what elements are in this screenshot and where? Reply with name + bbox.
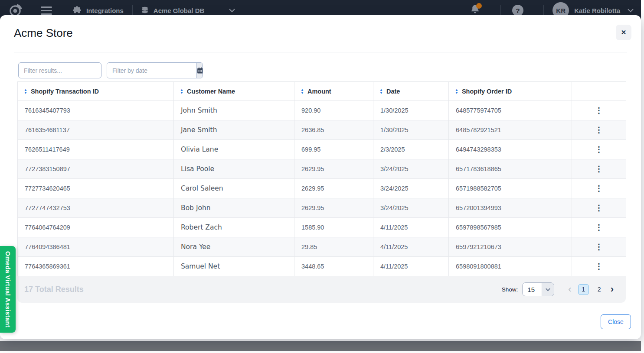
cell-transaction-id: 7727383150897 <box>18 159 174 179</box>
page-button-2[interactable]: 2 <box>595 284 604 295</box>
chevron-down-icon <box>542 283 554 296</box>
column-header-order-id[interactable]: ▲▼ Shopify Order ID <box>449 82 572 101</box>
cell-amount: 29.85 <box>294 237 373 257</box>
filter-date-input[interactable] <box>107 63 196 78</box>
cell-customer-name: Jane Smith <box>174 120 294 140</box>
table-row: 7727383150897 Lisa Poole 2629.95 3/24/20… <box>18 159 626 179</box>
page-size-value: 15 <box>523 283 542 296</box>
table-body: 7616345407793 John Smith 920.90 1/30/202… <box>18 101 626 276</box>
virtual-assistant-label: Omeda Virtual Assistant <box>4 251 11 327</box>
cell-amount: 2629.95 <box>294 198 373 218</box>
table-row: 7764365869361 Samuel Net 3448.65 4/11/20… <box>18 257 626 276</box>
cell-order-id: 6485782921521 <box>449 120 572 140</box>
virtual-assistant-tab[interactable]: Omeda Virtual Assistant <box>0 246 16 333</box>
cell-order-id: 6571783618865 <box>449 159 572 179</box>
cell-date: 4/11/2025 <box>373 237 449 257</box>
row-menu-button[interactable]: ⋮ <box>591 183 607 194</box>
cell-amount: 3448.65 <box>294 257 373 276</box>
cell-transaction-id: 7727747432753 <box>18 198 174 218</box>
row-menu-button[interactable]: ⋮ <box>591 222 607 233</box>
calendar-button[interactable] <box>196 63 203 78</box>
cell-amount: 1585.90 <box>294 218 373 237</box>
cell-order-id: 6597921210673 <box>449 237 572 257</box>
database-icon <box>141 6 149 15</box>
cell-date: 3/24/2025 <box>373 159 449 179</box>
cell-transaction-id: 7764094386481 <box>18 237 174 257</box>
chevron-down-icon <box>229 8 235 13</box>
row-menu-button[interactable]: ⋮ <box>591 241 607 253</box>
cell-transaction-id: 7616354681137 <box>18 120 174 140</box>
user-name: Katie Robilotta <box>574 7 620 14</box>
cell-customer-name: Carol Saleen <box>174 179 294 198</box>
page-backdrop <box>0 341 641 351</box>
cell-amount: 2629.95 <box>294 179 373 198</box>
cell-transaction-id: 7764365869361 <box>18 257 174 276</box>
table-row: 7616345407793 John Smith 920.90 1/30/202… <box>18 101 626 120</box>
puzzle-icon <box>72 6 82 16</box>
filter-results-input[interactable] <box>18 62 101 78</box>
chevron-down-icon[interactable] <box>627 8 634 13</box>
table-row: 7764064764209 Robert Zach 1585.90 4/11/2… <box>18 218 626 237</box>
table-row: 7727734620465 Carol Saleen 2629.95 3/24/… <box>18 179 626 198</box>
table-row: 7616354681137 Jane Smith 2636.85 1/30/20… <box>18 120 626 140</box>
page-size-select[interactable]: 15 <box>522 282 554 296</box>
table-header-row: ▲▼ Shopify Transaction ID ▲▼ Customer Na… <box>18 82 626 101</box>
modal-divider <box>14 52 627 52</box>
sort-icon: ▲▼ <box>455 88 458 94</box>
transactions-table: ▲▼ Shopify Transaction ID ▲▼ Customer Na… <box>17 81 626 276</box>
cell-customer-name: Bob John <box>174 198 294 218</box>
topbar-divider <box>132 5 133 16</box>
total-results-label: 17 Total Results <box>24 285 84 294</box>
cell-customer-name: Robert Zach <box>174 218 294 237</box>
menu-icon[interactable] <box>41 6 52 15</box>
cell-date: 2/3/2025 <box>373 140 449 159</box>
cell-order-id: 6597898567985 <box>449 218 572 237</box>
cell-customer-name: Lisa Poole <box>174 159 294 179</box>
row-menu-button[interactable]: ⋮ <box>591 144 607 155</box>
cell-order-id: 6572001394993 <box>449 198 572 218</box>
database-selector[interactable]: Acme Global DB <box>141 6 236 15</box>
column-header-amount[interactable]: ▲▼ Amount <box>294 82 373 101</box>
cell-date: 3/24/2025 <box>373 179 449 198</box>
cell-transaction-id: 7727734620465 <box>18 179 174 198</box>
pagination: ‹ 1 2 › <box>567 284 615 295</box>
row-menu-button[interactable]: ⋮ <box>591 261 607 272</box>
column-header-date[interactable]: ▲▼ Date <box>373 82 449 101</box>
sort-icon: ▲▼ <box>180 88 183 94</box>
column-header-actions <box>572 82 626 101</box>
sort-icon: ▲▼ <box>379 88 383 94</box>
nav-integrations-label: Integrations <box>86 7 124 14</box>
acme-store-modal: Acme Store ✕ <box>0 15 641 339</box>
cell-date: 4/11/2025 <box>373 257 449 276</box>
help-button[interactable]: ? <box>512 5 523 16</box>
row-menu-button[interactable]: ⋮ <box>591 105 607 116</box>
topbar-divider <box>500 5 501 16</box>
column-header-customer-name[interactable]: ▲▼ Customer Name <box>174 82 294 101</box>
cell-customer-name: John Smith <box>174 101 294 120</box>
cell-customer-name: Samuel Net <box>174 257 294 276</box>
column-label: Shopify Order ID <box>462 88 512 95</box>
close-button[interactable]: Close <box>601 314 631 329</box>
column-label: Shopify Transaction ID <box>31 88 99 95</box>
row-menu-button[interactable]: ⋮ <box>591 124 607 136</box>
cell-order-id: 6598091800881 <box>449 257 572 276</box>
modal-close-icon[interactable]: ✕ <box>616 25 631 40</box>
cell-customer-name: Nora Yee <box>174 237 294 257</box>
nav-integrations[interactable]: Integrations <box>72 6 124 16</box>
filter-date-field <box>107 62 203 78</box>
cell-order-id: 6571988582705 <box>449 179 572 198</box>
table-row: 7727747432753 Bob John 2629.95 3/24/2025… <box>18 198 626 218</box>
topbar-divider <box>543 5 544 16</box>
previous-page-button[interactable]: ‹ <box>567 285 572 294</box>
show-label: Show: <box>502 286 518 293</box>
column-label: Customer Name <box>187 88 235 95</box>
row-menu-button[interactable]: ⋮ <box>591 202 607 214</box>
cell-order-id: 6494743298353 <box>449 140 572 159</box>
column-header-transaction-id[interactable]: ▲▼ Shopify Transaction ID <box>18 82 174 101</box>
page-button-1[interactable]: 1 <box>578 284 589 295</box>
cell-transaction-id: 7626511417649 <box>18 140 174 159</box>
row-menu-button[interactable]: ⋮ <box>591 163 607 175</box>
table-row: 7626511417649 Olivia Lane 699.95 2/3/202… <box>18 140 626 159</box>
next-page-button[interactable]: › <box>610 285 615 294</box>
cell-order-id: 6485775974705 <box>449 101 572 120</box>
